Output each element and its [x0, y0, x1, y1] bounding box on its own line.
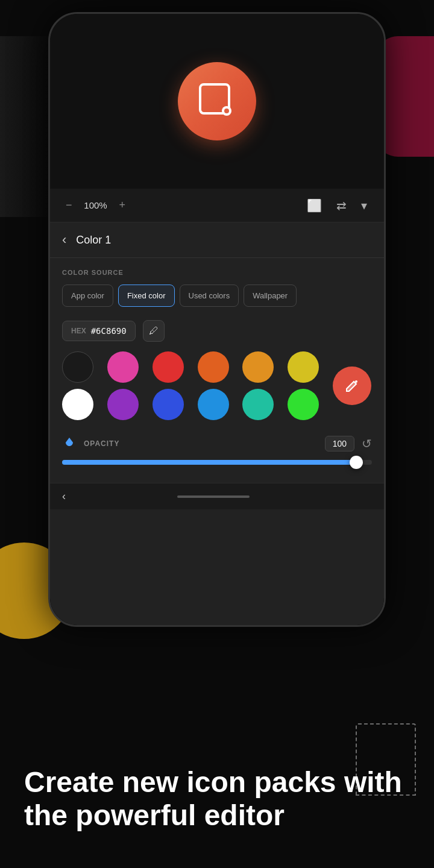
opacity-slider-track[interactable] [62, 460, 372, 465]
svg-point-2 [224, 108, 229, 113]
used-colors-button[interactable]: Used colors [180, 285, 239, 307]
opacity-icon [62, 436, 77, 451]
opacity-section: OPACITY 100 ↺ [50, 430, 384, 483]
zoom-level: 100% [81, 200, 111, 210]
hex-input-row: HEX #6C8690 🖊 [50, 318, 384, 351]
bg-keyboard-decoration [0, 36, 54, 217]
add-color-button[interactable] [333, 366, 371, 405]
settings-panel: ‹ Color 1 COLOR SOURCE App color Fixed c… [50, 222, 384, 625]
hex-label: HEX [71, 327, 86, 335]
icon-preview-area [50, 14, 384, 189]
opacity-reset-button[interactable]: ↺ [362, 436, 372, 451]
hex-input-wrapper: HEX #6C8690 [62, 321, 136, 341]
color-source-section: COLOR SOURCE App color Fixed color Used … [50, 258, 384, 318]
phone-frame: − 100% + ⬜ ⇄ ▾ ‹ Color 1 COLOR SOURCE Ap… [48, 12, 386, 627]
tagline-area: Create new icon packs with the powerful … [24, 766, 410, 832]
swatch-blue[interactable] [153, 389, 184, 420]
back-button[interactable]: ‹ [62, 232, 66, 248]
zoom-minus-button[interactable]: − [62, 197, 76, 214]
panel-title: Color 1 [76, 234, 111, 247]
app-color-button[interactable]: App color [62, 285, 113, 307]
swatch-green[interactable] [288, 389, 319, 420]
opacity-label: OPACITY [84, 439, 318, 448]
swatch-orange[interactable] [198, 351, 229, 383]
zoom-plus-button[interactable]: + [116, 197, 130, 214]
svg-point-3 [355, 380, 357, 383]
swatch-amber[interactable] [242, 351, 274, 383]
bottom-nav-bar: ‹ [50, 483, 384, 509]
swatch-yellow[interactable] [288, 351, 319, 383]
app-icon-svg [195, 80, 239, 123]
eyedropper-button[interactable]: 🖊 [143, 320, 165, 342]
hex-value[interactable]: #6C8690 [91, 326, 127, 336]
opacity-slider-thumb[interactable] [350, 456, 363, 469]
panel-nav: ‹ Color 1 [50, 222, 384, 258]
swatch-white[interactable] [62, 389, 93, 420]
color-grid [50, 351, 384, 430]
swatch-pink[interactable] [107, 351, 139, 383]
wallpaper-button[interactable]: Wallpaper [244, 285, 297, 307]
color-source-label: COLOR SOURCE [62, 269, 372, 276]
edit-icon [344, 378, 360, 394]
bottom-back-button[interactable]: ‹ [62, 490, 66, 503]
dropdown-icon[interactable]: ▾ [356, 196, 372, 215]
opacity-slider-fill [62, 460, 356, 465]
opacity-value[interactable]: 100 [325, 436, 354, 451]
shuffle-icon[interactable]: ⇄ [332, 196, 351, 215]
frame-icon[interactable]: ⬜ [302, 196, 327, 215]
swatch-black[interactable] [62, 351, 93, 383]
opacity-header: OPACITY 100 ↺ [62, 436, 372, 451]
swatch-purple[interactable] [107, 389, 139, 420]
toolbar: − 100% + ⬜ ⇄ ▾ [50, 189, 384, 222]
home-indicator [177, 495, 250, 498]
phone-screen: − 100% + ⬜ ⇄ ▾ ‹ Color 1 COLOR SOURCE Ap… [50, 14, 384, 625]
swatch-light-blue[interactable] [198, 389, 229, 420]
fixed-color-button[interactable]: Fixed color [118, 285, 175, 307]
app-icon [178, 62, 256, 140]
swatch-teal[interactable] [242, 389, 274, 420]
swatch-red[interactable] [153, 351, 184, 383]
eyedropper-icon: 🖊 [149, 326, 159, 336]
color-source-buttons: App color Fixed color Used colors Wallpa… [62, 285, 372, 307]
tagline-text: Create new icon packs with the powerful … [24, 766, 410, 832]
